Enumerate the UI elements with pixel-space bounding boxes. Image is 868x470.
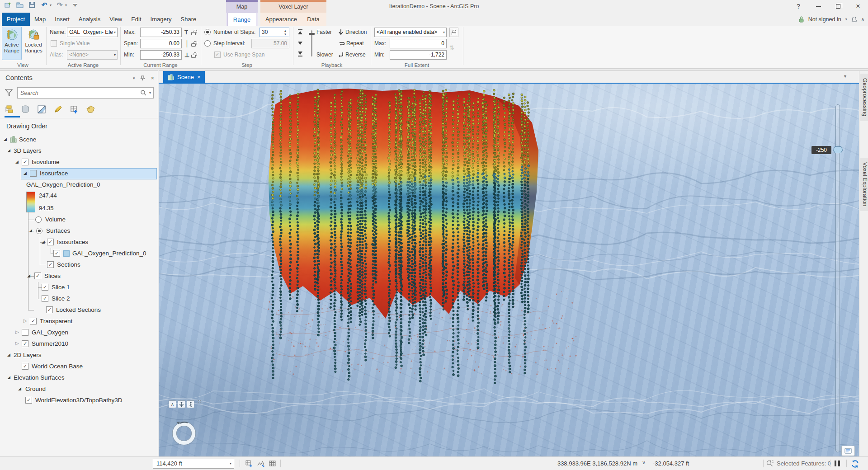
step-to-start-button[interactable] — [296, 28, 305, 37]
compass-wheel[interactable] — [170, 419, 198, 448]
direction-icon[interactable] — [337, 28, 345, 37]
new-layout-icon[interactable] — [245, 460, 253, 468]
panel-menu-icon[interactable]: ▾ — [133, 76, 135, 80]
dock-tab-geoprocessing[interactable]: Geoprocessing — [860, 74, 868, 121]
collapse-icon[interactable]: ◢ — [7, 375, 10, 380]
search-input[interactable] — [20, 89, 133, 97]
tree-item-world-ocean-base[interactable]: ✓World Ocean Base — [0, 361, 158, 372]
tree-item-sections[interactable]: ✓Sections — [0, 259, 158, 271]
full-control-icon[interactable] — [178, 400, 185, 408]
list-by-snapping-tab[interactable] — [69, 104, 80, 115]
step-forward-button[interactable] — [296, 38, 305, 47]
tree-item-summer2010[interactable]: ▷✓Summer2010 — [0, 338, 158, 350]
scene-viewport[interactable]: ∧ -250 — [159, 83, 859, 456]
tab-range[interactable]: Range — [227, 13, 256, 26]
tree-item-elevation-surfaces[interactable]: ◢Elevation Surfaces — [0, 372, 158, 384]
list-by-drawing-order-tab[interactable] — [4, 104, 14, 115]
collapse-icon[interactable]: ◢ — [4, 137, 7, 141]
search-dropdown-icon[interactable]: ▾ — [149, 91, 151, 95]
tree-item-slice-1[interactable]: ✓Slice 1 — [0, 282, 158, 293]
reverse-label[interactable]: Reverse — [345, 50, 366, 60]
alias-dropdown[interactable]: <None>▾ — [67, 50, 118, 60]
filter-funnel-icon[interactable] — [5, 88, 14, 97]
full-extent-min-field[interactable]: -1,722 — [390, 50, 447, 60]
collapse-icon[interactable]: ◢ — [24, 171, 27, 175]
collapse-icon[interactable]: ◢ — [18, 386, 21, 391]
tab-view[interactable]: View — [105, 13, 127, 26]
collapse-icon[interactable]: ◢ — [29, 228, 32, 233]
number-of-steps-radio[interactable] — [204, 29, 211, 35]
visibility-checkbox[interactable]: ✓ — [42, 284, 48, 291]
visibility-checkbox[interactable]: ✓ — [47, 239, 54, 245]
current-min-field[interactable]: -250.33 — [140, 50, 182, 60]
list-by-editing-tab[interactable] — [52, 104, 63, 115]
tree-item-locked-sections[interactable]: ✓Locked Sections — [0, 305, 158, 316]
cursor-coordinates[interactable]: 338,933.96E 3,186,528.92N m — [425, 460, 637, 467]
collapse-icon[interactable]: ◢ — [15, 160, 19, 164]
tab-share[interactable]: Share — [176, 13, 201, 26]
signin-status[interactable]: Not signed in — [808, 16, 841, 23]
visibility-checkbox[interactable] — [22, 329, 28, 336]
visibility-checkbox[interactable]: ✓ — [25, 397, 32, 404]
save-project-icon[interactable] — [28, 1, 36, 9]
visibility-checkbox[interactable]: ✓ — [22, 363, 28, 370]
visibility-checkbox[interactable]: ✓ — [22, 159, 28, 165]
open-table-icon[interactable] — [269, 460, 277, 468]
redo-dropdown-icon[interactable]: ▾ — [65, 3, 67, 7]
legend-ramp[interactable]: 247.4494.35 — [0, 191, 158, 214]
direction-label[interactable]: Direction — [345, 28, 367, 37]
single-value-checkbox[interactable] — [51, 40, 57, 47]
scene-view-tab[interactable]: Scene × — [163, 71, 205, 83]
visibility-checkbox[interactable]: ✓ — [42, 295, 48, 302]
steps-spinner[interactable]: 30 ▲ ▼ — [259, 28, 289, 37]
expand-icon[interactable]: ▷ — [24, 318, 27, 323]
refresh-view-icon[interactable] — [851, 460, 859, 468]
collapse-icon[interactable]: ◢ — [27, 273, 30, 278]
collapse-icon[interactable]: ◢ — [42, 240, 45, 244]
coords-dropdown-icon[interactable]: ∨ — [642, 460, 646, 465]
tab-edit[interactable]: Edit — [127, 13, 146, 26]
min-lock-button[interactable] — [189, 50, 198, 60]
max-lock-button[interactable] — [189, 28, 198, 37]
span-field[interactable]: 0.00 — [140, 39, 182, 48]
visibility-checkbox[interactable]: ✓ — [47, 261, 54, 268]
georeference-icon[interactable] — [257, 460, 265, 468]
active-range-button[interactable]: Active Range — [2, 27, 22, 60]
tab-project[interactable]: Project — [2, 13, 30, 26]
pause-drawing-button[interactable] — [835, 461, 840, 466]
undo-icon[interactable]: ↶ — [40, 1, 48, 9]
dock-tab-voxel-exploration[interactable]: Voxel Exploration — [860, 158, 868, 211]
snapshot-report-button[interactable] — [841, 446, 855, 456]
tab-map[interactable]: Map — [30, 13, 50, 26]
spinner-down-icon[interactable]: ▼ — [283, 33, 288, 37]
tab-appearance[interactable]: Appearance — [263, 13, 299, 26]
search-icon[interactable] — [140, 89, 147, 96]
collapse-icon[interactable]: ◢ — [7, 352, 10, 357]
refresh-extent-icon[interactable]: ⇅ — [449, 44, 454, 51]
expand-nav-icon[interactable]: ∧ — [169, 400, 176, 408]
span-lock-button[interactable] — [189, 39, 198, 48]
tree-item-slice-2[interactable]: ✓Slice 2 — [0, 293, 158, 305]
full-extent-lock-button[interactable] — [449, 28, 458, 37]
pin-icon[interactable] — [140, 75, 145, 81]
mode-radio[interactable] — [35, 216, 42, 223]
list-by-labeling-tab[interactable] — [85, 104, 96, 115]
scale-selector[interactable]: 114,420 ft▾ — [153, 459, 234, 469]
tree-item-isovolume[interactable]: ◢✓Isovolume — [0, 157, 158, 168]
expand-icon[interactable]: ▷ — [15, 329, 19, 334]
tree-item-worldelevation3d-topobathy3d[interactable]: ✓WorldElevation3D/TopoBathy3D — [0, 395, 158, 406]
tree-item-2d-layers[interactable]: ◢2D Layers — [0, 350, 158, 361]
open-project-icon[interactable] — [16, 1, 24, 9]
collapse-ribbon-icon[interactable]: ∧ — [861, 17, 864, 22]
visibility-checkbox[interactable]: ✓ — [46, 306, 53, 313]
help-button[interactable]: ? — [788, 0, 808, 13]
tab-analysis[interactable]: Analysis — [74, 13, 105, 26]
repeat-label[interactable]: Repeat — [346, 39, 364, 48]
restore-button[interactable] — [828, 0, 848, 13]
visibility-checkbox[interactable]: ✓ — [53, 250, 60, 257]
tree-item-gal-oxygen-prediction-0[interactable]: GAL_Oxygen_Prediction_0 — [0, 179, 158, 191]
tree-item-isosurfaces[interactable]: ◢✓Isosurfaces — [0, 237, 158, 248]
use-range-span-checkbox[interactable]: ✓ — [214, 52, 221, 58]
tree-item-ground[interactable]: ◢Ground — [0, 384, 158, 395]
visibility-checkbox[interactable]: ✓ — [30, 318, 37, 324]
